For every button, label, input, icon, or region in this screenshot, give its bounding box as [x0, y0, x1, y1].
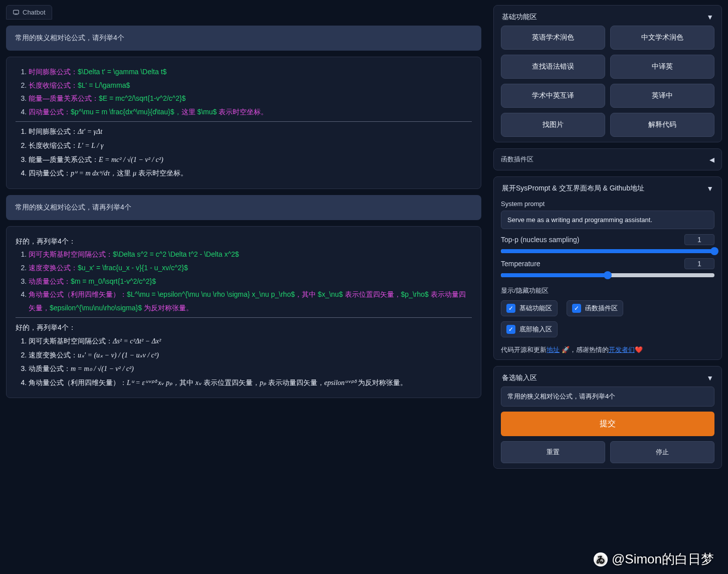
fn-btn-find-image[interactable]: 找图片 [501, 113, 605, 137]
panel-title: 基础功能区 [502, 13, 537, 22]
chevron-left-icon[interactable]: ◀ [709, 156, 714, 163]
panel-title: 函数插件区 [501, 155, 533, 164]
user-message-2: 常用的狭义相对论公式，请再列举4个 [6, 195, 481, 220]
checkbox-checked-icon: ✓ [506, 325, 515, 334]
user-message-1: 常用的狭义相对论公式，请列举4个 [6, 26, 481, 51]
panel-title: 备选输入区 [502, 373, 537, 382]
fn-btn-zh-polish[interactable]: 中文学术润色 [610, 26, 714, 50]
chk-bottom-input[interactable]: ✓底部输入区 [501, 321, 558, 337]
panel-function-plugins[interactable]: 函数插件区 ◀ [493, 148, 722, 170]
checkbox-checked-icon: ✓ [572, 304, 581, 313]
temperature-value[interactable]: 1 [684, 258, 714, 269]
chat-icon [13, 9, 20, 16]
panel-title: 展开SysPrompt & 交互界面布局 & Github地址 [502, 184, 644, 193]
visibility-title: 显示/隐藏功能区 [501, 286, 714, 295]
fn-btn-grammar[interactable]: 查找语法错误 [501, 55, 605, 79]
system-prompt-input[interactable]: Serve me as a writing and programming as… [501, 211, 714, 229]
panel-sysprompt: 展开SysPrompt & 交互界面布局 & Github地址 ▼ System… [493, 176, 722, 360]
fn-btn-academic-trans[interactable]: 学术中英互译 [501, 84, 605, 108]
divider [16, 121, 472, 122]
chevron-down-icon[interactable]: ▼ [706, 13, 713, 21]
heart-icon: ❤️ [635, 346, 643, 353]
panel-basic-functions: 基础功能区 ▼ 英语学术润色 中文学术润色 查找语法错误 中译英 学术中英互译 … [493, 5, 722, 142]
reset-button[interactable]: 重置 [501, 441, 605, 463]
chevron-down-icon[interactable]: ▼ [706, 374, 713, 382]
panel-alt-input: 备选输入区 ▼ 常用的狭义相对论公式，请再列举4个 提交 重置 停止 [493, 366, 722, 469]
stop-button[interactable]: 停止 [610, 441, 714, 463]
submit-button[interactable]: 提交 [501, 412, 714, 436]
temperature-slider[interactable] [501, 273, 714, 277]
fn-btn-explain-code[interactable]: 解释代码 [610, 113, 714, 137]
chevron-down-icon[interactable]: ▼ [706, 184, 713, 193]
chk-plugins[interactable]: ✓函数插件区 [567, 300, 623, 316]
divider [16, 317, 472, 318]
fn-btn-en2zh[interactable]: 英译中 [610, 84, 714, 108]
assistant-message-2: 好的，再列举4个： 闵可夫斯基时空间隔公式：$\Delta s^2 = c^2 … [6, 226, 481, 399]
fn-btn-zh2en[interactable]: 中译英 [610, 55, 714, 79]
temperature-label: Temperature [501, 260, 540, 268]
fn-btn-en-polish[interactable]: 英语学术润色 [501, 26, 605, 50]
assistant-message-1: 时间膨胀公式：$\Delta t' = \gamma \Delta t$ 长度收… [6, 57, 481, 189]
tab-label: Chatbot [23, 9, 46, 16]
checkbox-checked-icon: ✓ [506, 304, 515, 313]
svg-rect-0 [14, 10, 19, 14]
chk-basic[interactable]: ✓基础功能区 [501, 300, 558, 316]
topp-label: Top-p (nucleus sampling) [501, 236, 579, 244]
topp-slider[interactable] [501, 249, 714, 253]
tab-chatbot[interactable]: Chatbot [6, 5, 52, 20]
link-source-address[interactable]: 地址 [547, 346, 560, 353]
system-prompt-label: System prompt [501, 200, 714, 208]
alt-input[interactable]: 常用的狭义相对论公式，请再列举4个 [501, 387, 714, 407]
topp-value[interactable]: 1 [684, 234, 714, 245]
link-developers[interactable]: 开发者们 [609, 346, 635, 353]
